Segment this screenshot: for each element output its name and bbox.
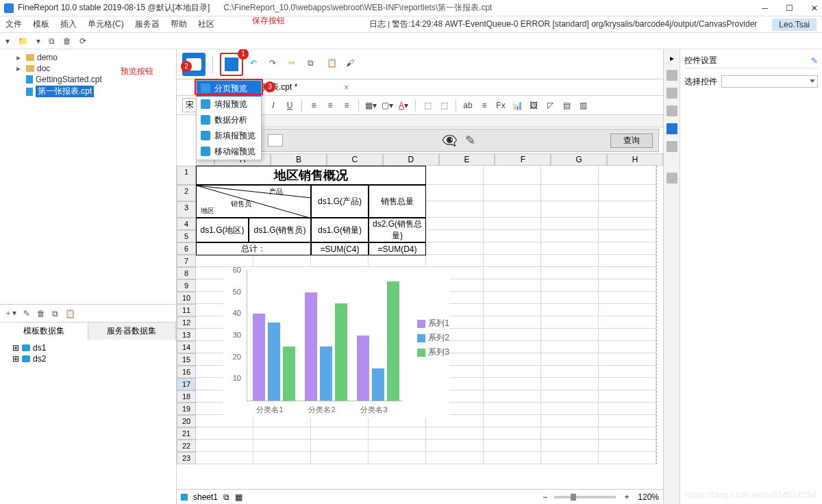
cells-area[interactable]: 地区销售概况 产品 销售员 地区 ds1.G(产品) 销售总量: [196, 166, 656, 464]
link-icon[interactable]: [667, 173, 677, 184]
border-icon[interactable]: ▦▾: [364, 99, 377, 112]
more-config-icon[interactable]: [667, 141, 677, 152]
row-header[interactable]: 17: [177, 378, 196, 390]
edit-param-icon[interactable]: ✎: [465, 133, 475, 148]
sheet-tab[interactable]: sheet1: [193, 492, 218, 502]
col-H[interactable]: H: [607, 153, 663, 166]
copy-icon[interactable]: ⧉: [49, 36, 55, 46]
fill-color-icon[interactable]: ▢▾: [381, 99, 393, 112]
row-header[interactable]: 14: [177, 341, 196, 353]
user-badge[interactable]: Leo.Tsai: [772, 18, 817, 31]
sheet-add-icon[interactable]: ▦: [235, 492, 242, 502]
cond-attr-icon[interactable]: [667, 88, 677, 99]
preview-option-mobile[interactable]: 移动端预览: [197, 144, 261, 160]
spreadsheet-grid[interactable]: A B C D E F G H 123456789101112131415161…: [177, 153, 663, 504]
insert-formula-icon[interactable]: ≡: [478, 99, 490, 112]
underline-icon[interactable]: U: [284, 99, 296, 112]
row-header[interactable]: 23: [177, 452, 196, 464]
undo-icon[interactable]: ↶: [250, 58, 262, 71]
unmerge-icon[interactable]: ⬚: [438, 99, 450, 112]
tab-server-dataset[interactable]: 服务器数据集: [88, 323, 177, 340]
refresh-icon[interactable]: ⟳: [79, 36, 86, 46]
row-header[interactable]: 12: [177, 316, 196, 329]
copy-toolbar-icon[interactable]: ⧉: [308, 58, 320, 71]
expand-left-icon[interactable]: ▸: [670, 53, 674, 63]
maximize-button[interactable]: ☐: [786, 3, 793, 13]
align-left-icon[interactable]: ≡: [308, 99, 320, 112]
param-field-2[interactable]: [268, 134, 283, 147]
edit-dataset-icon[interactable]: ✎: [23, 309, 30, 318]
embedded-chart[interactable]: 102030405060 系列1系列2系列3 分类名1分类名2分类名3: [223, 267, 449, 418]
open-folder-icon[interactable]: 📁: [18, 36, 28, 46]
preview-option-newform[interactable]: 新填报预览: [197, 128, 261, 144]
row-header[interactable]: 19: [177, 403, 196, 415]
hyperlink-icon[interactable]: [667, 105, 677, 116]
row-header[interactable]: 22: [177, 440, 196, 452]
delete-dataset-icon[interactable]: 🗑: [37, 309, 45, 318]
query-button[interactable]: 查询: [610, 134, 653, 148]
menu-help[interactable]: 帮助: [171, 18, 187, 30]
menu-server[interactable]: 服务器: [135, 18, 160, 30]
align-right-icon[interactable]: ≡: [340, 99, 353, 112]
insert-richtext-icon[interactable]: Fx: [495, 99, 507, 112]
redo-icon[interactable]: ↷: [269, 58, 282, 71]
dataset-item[interactable]: ⊞ds2: [4, 353, 172, 364]
row-header[interactable]: 11: [177, 304, 196, 316]
col-E[interactable]: E: [439, 153, 495, 166]
add-dataset-icon[interactable]: ＋▾: [4, 307, 16, 319]
close-button[interactable]: ✕: [811, 3, 818, 13]
row-header[interactable]: 16: [177, 366, 196, 378]
font-color-icon[interactable]: A▾: [397, 99, 410, 112]
tab-template-dataset[interactable]: 模板数据集: [0, 323, 88, 340]
row-header[interactable]: 15: [177, 353, 196, 366]
row-header[interactable]: 1: [177, 166, 196, 185]
insert-chart-icon[interactable]: 📊: [511, 99, 523, 112]
zoom-in-icon[interactable]: ＋: [623, 491, 631, 503]
row-header[interactable]: 7: [177, 255, 196, 267]
delete-icon[interactable]: 🗑: [63, 36, 71, 46]
row-header[interactable]: 21: [177, 427, 196, 440]
paste-toolbar-icon[interactable]: 📋: [327, 58, 339, 71]
preview-option-page[interactable]: 分页预览: [197, 81, 261, 97]
new-file-icon[interactable]: ▾: [5, 36, 10, 46]
insert-text-icon[interactable]: ab: [462, 99, 474, 112]
menu-insert[interactable]: 插入: [60, 18, 77, 30]
paste-dataset-icon[interactable]: 📋: [65, 309, 75, 318]
row-header[interactable]: 9: [177, 279, 196, 292]
visibility-icon[interactable]: 👁‍🗨: [442, 133, 457, 148]
col-D[interactable]: D: [383, 153, 439, 166]
insert-subrpt-icon[interactable]: ▤: [560, 99, 573, 112]
preview-option-analysis[interactable]: 数据分析: [197, 112, 261, 128]
widget-config-icon[interactable]: [667, 123, 677, 134]
sheet-opts-icon[interactable]: ⧉: [223, 492, 229, 502]
menu-community[interactable]: 社区: [198, 18, 214, 30]
copy-dataset-icon[interactable]: ⧉: [52, 309, 58, 318]
row-header[interactable]: 20: [177, 415, 196, 427]
menu-file[interactable]: 文件: [5, 18, 22, 30]
row-header[interactable]: 3: [177, 201, 196, 218]
format-painter-icon[interactable]: 🖌: [346, 58, 358, 71]
row-header[interactable]: 4: [177, 218, 196, 230]
insert-slope-icon[interactable]: ◸: [544, 99, 556, 112]
zoom-out-icon[interactable]: −: [543, 492, 547, 502]
col-G[interactable]: G: [551, 153, 607, 166]
row-header[interactable]: 8: [177, 267, 196, 279]
col-F[interactable]: F: [495, 153, 551, 166]
menu-cell[interactable]: 单元格(C): [88, 18, 124, 30]
widget-select[interactable]: [721, 75, 818, 88]
align-center-icon[interactable]: ≡: [324, 99, 336, 112]
dataset-item[interactable]: ⊞ds1: [4, 342, 172, 353]
insert-image-icon[interactable]: 🖼: [527, 99, 540, 112]
insert-widget-icon[interactable]: ▥: [577, 99, 589, 112]
row-header[interactable]: 10: [177, 292, 196, 304]
row-header[interactable]: 6: [177, 242, 196, 255]
tree-node-demo[interactable]: ▸demo: [4, 52, 172, 63]
row-header[interactable]: 18: [177, 390, 196, 403]
cell-attr-icon[interactable]: [667, 70, 677, 81]
italic-icon[interactable]: I: [267, 99, 279, 112]
row-header[interactable]: 13: [177, 329, 196, 341]
pin-icon[interactable]: ✎: [811, 56, 818, 66]
col-B[interactable]: B: [271, 153, 327, 166]
merge-icon[interactable]: ⬚: [421, 99, 434, 112]
row-header[interactable]: 2: [177, 185, 196, 201]
